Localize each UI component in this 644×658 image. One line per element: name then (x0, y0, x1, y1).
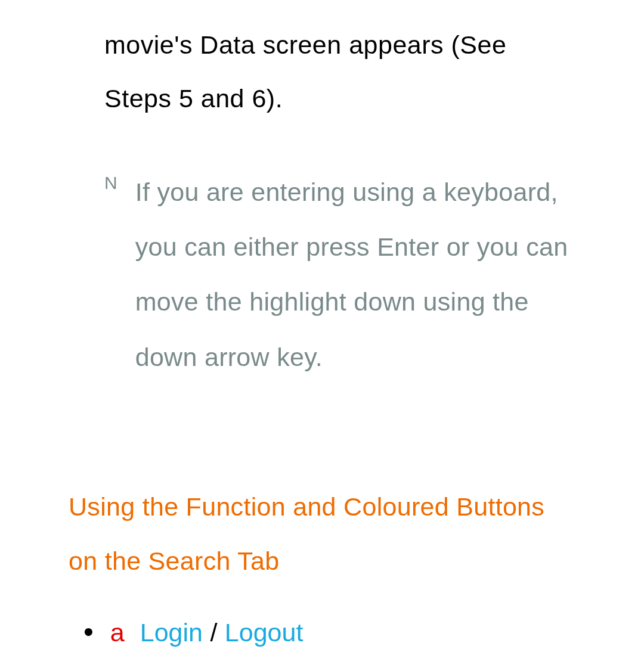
note-block: N If you are entering using a keyboard, … (69, 164, 578, 385)
button-label: a (104, 618, 129, 647)
note-text: If you are entering using a keyboard, yo… (135, 164, 578, 385)
fragment-text: movie's Data screen appears (See Steps 5… (69, 18, 578, 126)
list-item: • a Login / Logout (69, 617, 578, 647)
bullet-icon: • (75, 617, 94, 646)
login-link[interactable]: Login (140, 618, 203, 647)
slash-separator: / (205, 618, 222, 647)
subheading: Using the Function and Coloured Buttons … (69, 480, 578, 588)
document-content: movie's Data screen appears (See Steps 5… (0, 0, 644, 647)
logout-link[interactable]: Logout (225, 618, 304, 647)
note-marker: N (104, 164, 117, 385)
